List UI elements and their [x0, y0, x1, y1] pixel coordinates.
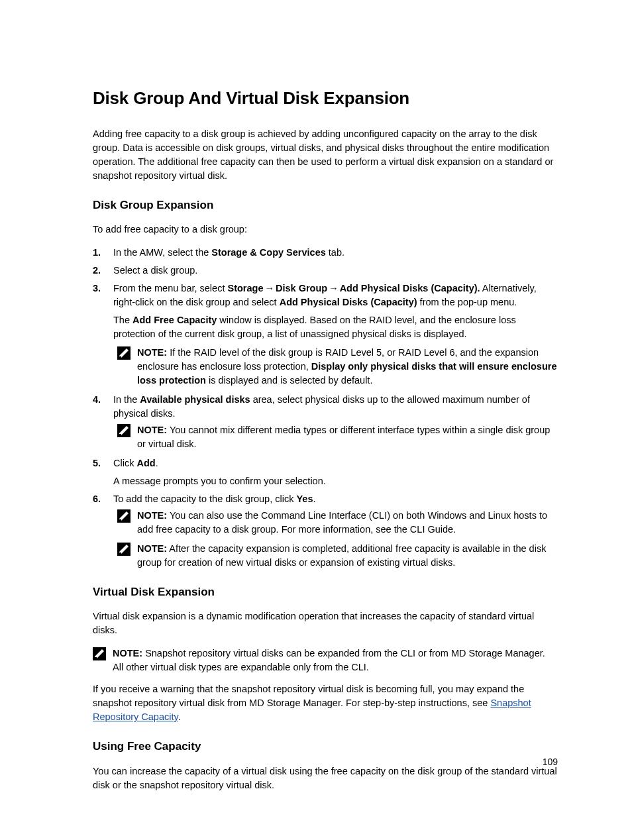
note-icon: [117, 346, 131, 360]
note-text: NOTE: Snapshot repository virtual disks …: [113, 647, 558, 674]
step-item: In the AMW, select the Storage & Copy Se…: [93, 246, 558, 260]
note-block: NOTE: Snapshot repository virtual disks …: [93, 647, 558, 674]
note-text: NOTE: You cannot mix different media typ…: [137, 423, 558, 451]
note-icon: [117, 509, 131, 523]
bold-text: Disk Group: [276, 283, 327, 293]
note-block: NOTE: You can also use the Command Line …: [113, 509, 558, 537]
intro-paragraph: Adding free capacity to a disk group is …: [93, 127, 558, 183]
bold-text: Storage: [227, 283, 263, 293]
note-label: NOTE:: [137, 425, 167, 435]
step-paragraph: The Add Free Capacity window is displaye…: [113, 313, 558, 341]
note-block: NOTE: After the capacity expansion is co…: [113, 542, 558, 570]
svg-rect-14: [95, 657, 97, 658]
note-block: NOTE: If the RAID level of the disk grou…: [113, 346, 558, 388]
note-label: NOTE:: [137, 543, 167, 554]
step-item: In the Available physical disks area, se…: [93, 393, 558, 451]
step-text: tab.: [326, 247, 344, 258]
step-paragraph: A message prompts you to confirm your se…: [113, 474, 558, 488]
bold-text: Yes: [296, 494, 313, 504]
note-label: NOTE:: [137, 347, 167, 358]
section-heading-virtual-disk-expansion: Virtual Disk Expansion: [93, 584, 558, 601]
body-paragraph: Virtual disk expansion is a dynamic modi…: [93, 609, 558, 637]
note-icon: [117, 424, 131, 437]
page-title: Disk Group And Virtual Disk Expansion: [93, 86, 558, 111]
body-paragraph: If you receive a warning that the snapsh…: [93, 682, 558, 724]
bold-text: Add Physical Disks (Capacity).: [340, 283, 480, 293]
svg-rect-5: [119, 434, 121, 435]
steps-list: In the AMW, select the Storage & Copy Se…: [93, 246, 558, 569]
step-text: from the pop-up menu.: [417, 297, 517, 307]
bold-text: Add: [136, 458, 155, 468]
note-text: NOTE: If the RAID level of the disk grou…: [137, 346, 558, 388]
note-icon: [117, 543, 131, 556]
svg-rect-2: [119, 356, 121, 358]
step-item: From the menu bar, select Storage → Disk…: [93, 282, 558, 387]
step-text: In the: [113, 394, 140, 405]
note-label: NOTE:: [137, 510, 167, 521]
step-item: Select a disk group.: [93, 264, 558, 278]
step-text: From the menu bar, select: [113, 283, 227, 293]
arrow-icon: →: [327, 282, 340, 295]
step-text: Click: [113, 458, 136, 468]
svg-rect-8: [119, 519, 121, 521]
body-paragraph: You can increase the capacity of a virtu…: [93, 764, 558, 792]
section-lead: To add free capacity to a disk group:: [93, 223, 558, 236]
step-text: In the AMW, select the: [113, 247, 211, 258]
step-item: Click Add. A message prompts you to conf…: [93, 456, 558, 488]
step-item: To add the capacity to the disk group, c…: [93, 492, 558, 570]
section-heading-disk-group-expansion: Disk Group Expansion: [93, 197, 558, 214]
section-heading-using-free-capacity: Using Free Capacity: [93, 739, 558, 755]
step-text: To add the capacity to the disk group, c…: [113, 494, 296, 504]
bold-text: Add Physical Disks (Capacity): [280, 297, 417, 307]
step-text: Select a disk group.: [113, 265, 197, 276]
page-number: 109: [543, 755, 558, 768]
svg-rect-11: [119, 552, 121, 554]
note-text: NOTE: After the capacity expansion is co…: [137, 542, 558, 570]
note-text: NOTE: You can also use the Command Line …: [137, 509, 558, 537]
bold-text: Available physical disks: [140, 394, 250, 405]
bold-text: Storage & Copy Services: [211, 247, 325, 258]
bold-text: Add Free Capacity: [132, 315, 217, 325]
note-block: NOTE: You cannot mix different media typ…: [113, 423, 558, 451]
note-label: NOTE:: [113, 648, 142, 658]
document-page: Disk Group And Virtual Disk Expansion Ad…: [0, 0, 632, 840]
arrow-icon: →: [263, 282, 276, 295]
note-icon: [93, 647, 106, 660]
